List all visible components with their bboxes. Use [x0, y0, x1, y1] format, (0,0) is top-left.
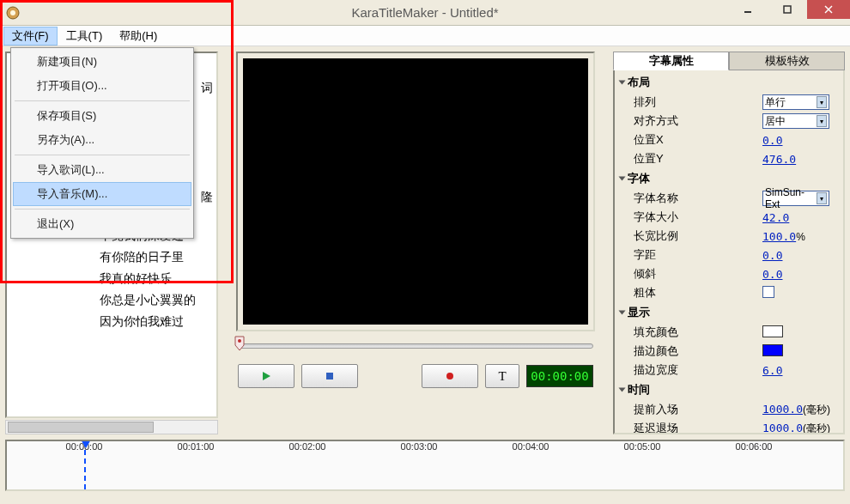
minimize-button[interactable] [728, 0, 768, 19]
playback-slider[interactable] [238, 343, 593, 349]
menu-tools[interactable]: 工具(T) [58, 27, 112, 46]
lyric-line[interactable]: 隆 [201, 186, 213, 208]
prop-arrange-label: 排列 [634, 94, 762, 110]
prop-italic-value[interactable]: 0.0 [762, 268, 782, 281]
prop-bold-checkbox[interactable] [762, 286, 774, 298]
menu-separator [15, 155, 190, 155]
prop-posx-label: 位置X [634, 132, 762, 148]
svg-point-6 [238, 339, 241, 343]
prop-posy-label: 位置Y [634, 151, 762, 167]
menu-bar: 文件(F) 工具(T) 帮助(H) [0, 26, 850, 46]
menu-save-as[interactable]: 另存为(A)... [13, 128, 191, 152]
svg-marker-7 [263, 372, 270, 380]
prop-strokewidth-value[interactable]: 6.0 [762, 364, 782, 377]
prop-fontname-label: 字体名称 [634, 191, 762, 206]
prop-arrange-value[interactable]: 单行▾ [762, 94, 829, 110]
menu-open-project[interactable]: 打开项目(O)... [13, 74, 191, 98]
prop-aspect-value[interactable]: 100.0 [762, 230, 796, 243]
svg-rect-8 [326, 373, 333, 380]
prop-fontsize-value[interactable]: 42.0 [762, 211, 789, 224]
lyric-line[interactable]: 你总是小心翼翼的 [100, 289, 196, 311]
svg-point-9 [446, 373, 453, 380]
ruler-mark: 00:01:00 [178, 441, 215, 452]
lyrics-horizontal-scrollbar[interactable] [5, 420, 218, 434]
menu-import-music[interactable]: 导入音乐(M)... [13, 182, 191, 206]
menu-separator [15, 209, 190, 209]
prop-italic-label: 倾斜 [634, 266, 762, 282]
svg-rect-3 [784, 6, 791, 13]
prop-aspect-label: 长宽比例 [634, 228, 762, 244]
ruler-mark: 00:06:00 [736, 441, 773, 452]
window-titlebar: KaraTitleMaker - Untitled* [0, 0, 850, 26]
maximize-button[interactable] [768, 0, 807, 19]
group-layout[interactable]: 布局 [618, 72, 840, 93]
lyric-line[interactable]: 词 [201, 77, 213, 99]
menu-import-lyric[interactable]: 导入歌词(L)... [13, 158, 191, 182]
timecode-display: 00:00:00 [526, 365, 593, 387]
properties-panel: 字幕属性 模板特效 布局 排列单行▾ 对齐方式居中▾ 位置X0.0 位置Y476… [613, 52, 845, 434]
prop-align-value[interactable]: 居中▾ [762, 113, 829, 129]
prop-delay-value[interactable]: 1000.0 [762, 422, 803, 434]
ruler-mark: 00:04:00 [513, 441, 549, 452]
window-title: KaraTitleMaker - Untitled* [0, 5, 850, 20]
ruler-mark: 00:02:00 [289, 441, 326, 452]
prop-fillcolor-swatch[interactable] [762, 325, 783, 337]
prop-kerning-label: 字距 [634, 247, 762, 263]
close-button[interactable] [807, 0, 850, 19]
ruler-mark: 00:03:00 [401, 441, 438, 452]
stop-button[interactable] [301, 364, 358, 388]
prop-strokecolor-swatch[interactable] [762, 344, 783, 356]
prop-prein-value[interactable]: 1000.0 [762, 403, 803, 416]
tab-template-fx[interactable]: 模板特效 [729, 52, 845, 70]
ruler-mark: 00:05:00 [624, 441, 661, 452]
lyric-line[interactable]: 因为你怕我难过 [100, 311, 196, 332]
group-time[interactable]: 时间 [618, 380, 840, 400]
prop-prein-label: 提前入场 [634, 402, 762, 417]
slider-thumb-icon[interactable] [234, 336, 245, 351]
prop-delay-label: 延迟退场 [634, 421, 762, 434]
prop-fontname-value[interactable]: SimSun-Ext▾ [762, 191, 829, 206]
record-button[interactable] [422, 364, 478, 388]
video-preview [243, 58, 588, 325]
menu-save-project[interactable]: 保存项目(S) [13, 104, 191, 128]
lyric-line[interactable]: 有你陪的日子里 [100, 246, 196, 268]
tab-subtitle-props[interactable]: 字幕属性 [613, 52, 729, 70]
timeline-ruler: 00:00:00 00:01:00 00:02:00 00:03:00 00:0… [7, 441, 843, 467]
group-display[interactable]: 显示 [618, 302, 840, 323]
timeline[interactable]: 00:00:00 00:01:00 00:02:00 00:03:00 00:0… [5, 440, 845, 491]
menu-exit[interactable]: 退出(X) [13, 212, 191, 236]
prop-kerning-value[interactable]: 0.0 [762, 249, 782, 262]
playhead[interactable] [84, 441, 86, 489]
preview-panel: T 00:00:00 [223, 52, 608, 434]
prop-strokewidth-label: 描边宽度 [634, 362, 762, 378]
lyric-line[interactable]: 我真的好快乐 [100, 268, 196, 289]
text-tool-button[interactable]: T [485, 364, 519, 388]
menu-new-project[interactable]: 新建项目(N) [13, 50, 191, 74]
prop-fontsize-label: 字体大小 [634, 209, 762, 225]
prop-strokecolor-label: 描边颜色 [634, 343, 762, 359]
play-button[interactable] [238, 364, 294, 388]
menu-help[interactable]: 帮助(H) [111, 27, 166, 46]
prop-fillcolor-label: 填充颜色 [634, 325, 762, 340]
prop-posy-value[interactable]: 476.0 [762, 153, 796, 166]
menu-separator [15, 100, 190, 101]
prop-align-label: 对齐方式 [634, 113, 762, 129]
prop-posx-value[interactable]: 0.0 [762, 134, 782, 147]
prop-bold-label: 粗体 [634, 285, 762, 301]
menu-file[interactable]: 文件(F) [3, 27, 58, 46]
file-menu-dropdown: 新建项目(N) 打开项目(O)... 保存项目(S) 另存为(A)... 导入歌… [10, 47, 194, 239]
